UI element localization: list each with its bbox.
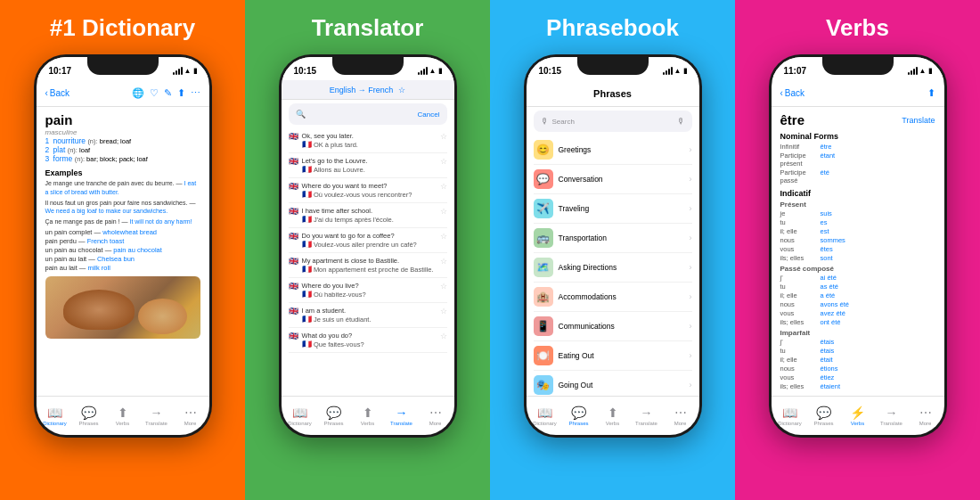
verb-title: être	[780, 112, 805, 127]
fr-flag-6: 🇫🇷	[302, 265, 312, 274]
fr-flag-3: 🇫🇷	[302, 190, 312, 199]
fr-flag-7: 🇫🇷	[302, 290, 312, 299]
star-2[interactable]: ☆	[440, 157, 447, 174]
search-bar-phrases[interactable]: 🎙 Search 🎙	[534, 111, 692, 132]
example-2: Il nous faut un gros pain pour faire nos…	[45, 199, 200, 217]
star-6[interactable]: ☆	[440, 257, 447, 274]
back-button-4[interactable]: ‹Back	[780, 88, 805, 98]
tab-phrases-icon: 💬	[81, 406, 96, 420]
trans-pair-2: 🇬🇧 Let's go to the Louvre. 🇫🇷 Allons au …	[289, 153, 447, 178]
tab-translate-1[interactable]: → Translate	[140, 406, 174, 426]
definition-1: 1 nourriture (n): bread; loaf	[45, 136, 200, 145]
category-greetings[interactable]: 😊 Greetings ›	[534, 135, 692, 165]
tab-translate-4[interactable]: → Translate	[875, 406, 909, 426]
tab-verbs-label-2: Verbs	[361, 421, 374, 426]
star-7[interactable]: ☆	[440, 282, 447, 299]
category-transportation[interactable]: 🚌 Transportation ›	[534, 224, 692, 253]
tab-phrases-icon-3: 💬	[571, 406, 586, 420]
star-5[interactable]: ☆	[440, 232, 447, 249]
tab-verbs-label-4: Verbs	[851, 421, 864, 426]
tab-bar-1: 📖 Dictionary 💬 Phrases ⬆ Verbs → Transla…	[37, 396, 209, 435]
star-1[interactable]: ☆	[440, 132, 447, 149]
trans-pair-1: 🇬🇧 Ok, see you later. 🇫🇷 OK à plus tard.…	[289, 128, 447, 153]
notch-1	[87, 57, 159, 75]
accommodations-icon: 🏨	[534, 287, 553, 307]
tab-dictionary-3[interactable]: 📖 Dictionary	[528, 406, 562, 426]
tab-dictionary-1[interactable]: 📖 Dictionary	[38, 406, 72, 426]
tab-phrases-2[interactable]: 💬 Phrases	[317, 406, 351, 426]
category-going-out[interactable]: 🎭 Going Out ›	[534, 371, 692, 396]
mic-icon-phrases[interactable]: 🎙	[677, 117, 685, 126]
globe-icon-1[interactable]: 🌐	[132, 87, 144, 99]
tab-dict-icon: 📖	[47, 406, 62, 420]
tab-verbs-3[interactable]: ⬆ Verbs	[596, 406, 630, 426]
phrases-nav-title: Phrases	[593, 88, 632, 99]
share-icon-1[interactable]: ⬆	[177, 87, 185, 99]
tab-more-1[interactable]: ⋯ More	[174, 406, 208, 426]
tab-dict-icon-3: 📖	[537, 406, 552, 420]
category-directions[interactable]: 🗺️ Asking Directions ›	[534, 253, 692, 283]
tab-more-label-4: More	[919, 421, 932, 426]
tab-bar-2: 📖 Dictionary 💬 Phrases ⬆ Verbs → Transla…	[282, 396, 454, 435]
tab-verbs-icon-3: ⬆	[608, 406, 618, 420]
tab-more-2[interactable]: ⋯ More	[419, 406, 453, 426]
uk-flag-4: 🇬🇧	[289, 207, 298, 224]
tab-translate-2[interactable]: → Translate	[385, 406, 419, 426]
star-8[interactable]: ☆	[440, 307, 447, 324]
tab-phrases-3[interactable]: 💬 Phrases	[562, 406, 596, 426]
word-title: pain	[45, 112, 200, 128]
translate-button[interactable]: Translate	[902, 116, 935, 125]
cancel-button[interactable]: Cancel	[418, 111, 440, 119]
category-eating[interactable]: 🍽️ Eating Out ›	[534, 341, 692, 371]
star-fav-icon[interactable]: ☆	[398, 86, 405, 94]
bread-image	[45, 276, 200, 339]
tab-phrases-1[interactable]: 💬 Phrases	[72, 406, 106, 426]
battery-icon-1: ▮	[193, 67, 197, 75]
tab-phrases-icon-4: 💬	[816, 406, 831, 420]
pc-nous: nousavons été	[780, 300, 935, 308]
dictionary-panel: #1 Dictionary 10:17 ▲ ▮ ‹Back	[0, 0, 245, 500]
tab-verbs-1[interactable]: ⬆ Verbs	[106, 406, 140, 426]
tab-verbs-label: Verbs	[116, 421, 129, 426]
definition-3: 3 forme (n): bar; block; pack; loaf	[45, 154, 200, 163]
trans-pair-7: 🇬🇧 Where do you live? 🇫🇷 Où habitez-vous…	[289, 278, 447, 303]
present-je: jesuis	[780, 209, 935, 217]
status-icons-2: ▲ ▮	[418, 67, 442, 75]
traveling-icon: ✈️	[534, 199, 553, 218]
tab-dictionary-2[interactable]: 📖 Dictionary	[283, 406, 317, 426]
nominal-forms-title: Nominal Forms	[780, 132, 935, 141]
fr-flag-8: 🇫🇷	[302, 315, 312, 324]
search-bar-translator[interactable]: 🔍 Cancel	[289, 103, 447, 125]
present-tu: tues	[780, 218, 935, 226]
category-communications[interactable]: 📱 Communications ›	[534, 312, 692, 341]
pencil-icon-1[interactable]: ✎	[164, 87, 172, 99]
star-4[interactable]: ☆	[440, 207, 447, 224]
nominal-participe-passe: Participe passé été	[780, 168, 935, 184]
category-traveling[interactable]: ✈️ Traveling ›	[534, 194, 692, 224]
tab-more-4[interactable]: ⋯ More	[909, 406, 943, 426]
lang-bar[interactable]: English → French ☆	[282, 80, 454, 100]
tab-translate-3[interactable]: → Translate	[630, 406, 664, 426]
back-button-1[interactable]: ‹Back	[45, 88, 70, 98]
tab-more-3[interactable]: ⋯ More	[664, 406, 698, 426]
category-conversation[interactable]: 💬 Conversation ›	[534, 165, 692, 194]
star-9[interactable]: ☆	[440, 332, 447, 348]
tab-dictionary-4[interactable]: 📖 Dictionary	[773, 406, 807, 426]
uk-flag-3: 🇬🇧	[289, 182, 298, 199]
word-gender: masculine	[45, 128, 200, 136]
translator-panel: Translator 10:15 ▲ ▮ English → French ☆ …	[245, 0, 490, 500]
tab-verbs-4[interactable]: ⚡ Verbs	[841, 406, 875, 426]
pc-vous: vousavez été	[780, 309, 935, 317]
tab-phrases-4[interactable]: 💬 Phrases	[807, 406, 841, 426]
tab-verbs-2[interactable]: ⬆ Verbs	[351, 406, 385, 426]
category-accommodations[interactable]: 🏨 Accommodations ›	[534, 283, 692, 312]
phrase-5: pain au lait — milk roll	[45, 264, 200, 272]
search-icon-phrases: 🎙	[541, 117, 549, 126]
share-icon-4[interactable]: ⬆	[927, 87, 935, 99]
heart-icon-1[interactable]: ♡	[150, 87, 159, 99]
star-3[interactable]: ☆	[440, 182, 447, 199]
battery-icon-2: ▮	[438, 67, 442, 75]
more-icon-1[interactable]: ⋯	[191, 87, 200, 99]
passe-compose-title: Passé composé	[780, 265, 935, 273]
trans-pair-8: 🇬🇧 I am a student. 🇫🇷 Je suis un étudian…	[289, 303, 447, 328]
